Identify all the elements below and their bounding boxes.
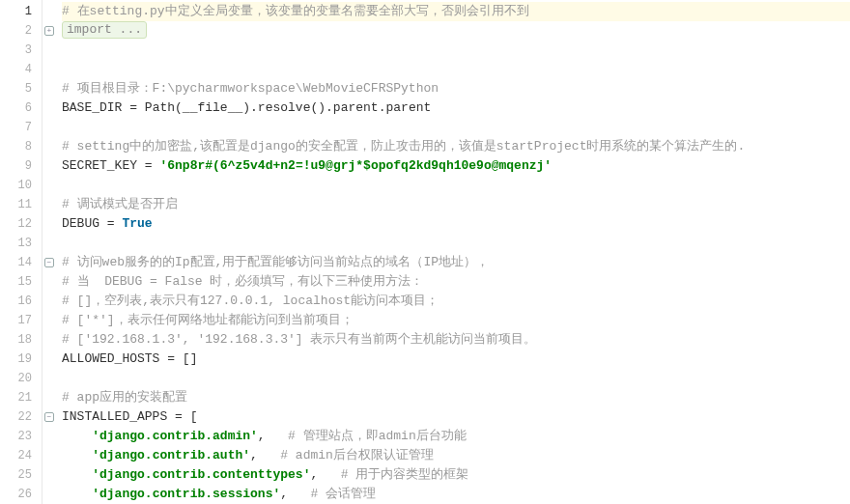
folded-region[interactable]: import ... xyxy=(62,21,147,39)
code-line[interactable]: # ['192.168.1.3', '192.168.3.3'] 表示只有当前两… xyxy=(62,330,850,350)
line-number[interactable]: 21 xyxy=(0,388,42,407)
line-number[interactable]: 9 xyxy=(0,156,42,176)
code-line[interactable]: SECRET_KEY = '6np8r#(6^z5v4d+n2=!u9@grj*… xyxy=(62,156,850,176)
token-id: DEBUG xyxy=(62,216,107,231)
token-cmt: # []，空列表,表示只有127.0.0.1, localhost能访问本项目； xyxy=(62,294,439,308)
fold-cell xyxy=(42,79,56,98)
code-line[interactable]: 'django.contrib.admin', # 管理站点，即admin后台功… xyxy=(62,427,850,446)
code-line[interactable]: # 在setting.py中定义全局变量，该变量的变量名需要全部大写，否则会引用… xyxy=(62,2,850,21)
line-number[interactable]: 3 xyxy=(0,41,42,60)
token-str: '6np8r#(6^z5v4d+n2=!u9@grj*$opofq2kd9qh1… xyxy=(159,158,552,173)
fold-collapse-icon[interactable]: − xyxy=(44,412,54,422)
token-cmt: # 用于内容类型的框架 xyxy=(341,467,469,482)
token-id xyxy=(266,429,288,443)
line-number[interactable]: 20 xyxy=(0,369,42,388)
fold-cell xyxy=(42,176,56,195)
token-str: 'django.contrib.admin' xyxy=(92,429,258,443)
fold-cell xyxy=(42,137,56,156)
line-number[interactable]: 15 xyxy=(0,272,42,292)
token-op: = xyxy=(145,158,153,173)
fold-cell xyxy=(42,369,56,388)
code-line[interactable] xyxy=(62,60,850,79)
token-str: 'django.contrib.auth' xyxy=(92,448,250,462)
code-line[interactable]: 'django.contrib.auth', # admin后台权限认证管理 xyxy=(62,446,850,465)
fold-cell[interactable]: − xyxy=(42,253,56,272)
line-number[interactable]: 12 xyxy=(0,214,42,234)
fold-cell xyxy=(42,292,56,311)
code-area[interactable]: # 在setting.py中定义全局变量，该变量的变量名需要全部大写，否则会引用… xyxy=(56,0,850,504)
fold-cell[interactable]: − xyxy=(42,407,56,427)
line-number[interactable]: 14 xyxy=(0,253,42,272)
token-op: = xyxy=(175,409,183,424)
line-number[interactable]: 5 xyxy=(0,79,42,98)
token-cmt: # 调试模式是否开启 xyxy=(62,197,178,211)
fold-cell xyxy=(42,485,56,504)
code-editor[interactable]: 1234567891011121314151617181920212223242… xyxy=(0,0,850,504)
token-bool: True xyxy=(122,216,152,231)
token-id: BASE_DIR xyxy=(62,100,129,115)
token-id xyxy=(62,429,92,443)
line-number[interactable]: 2 xyxy=(0,21,42,41)
token-op: , xyxy=(258,429,266,443)
line-number[interactable]: 25 xyxy=(0,465,42,485)
code-line[interactable]: BASE_DIR = Path(__file__).resolve().pare… xyxy=(62,98,850,118)
line-number[interactable]: 6 xyxy=(0,98,42,118)
code-line[interactable] xyxy=(62,118,850,137)
line-number[interactable]: 19 xyxy=(0,350,42,369)
code-line[interactable]: # []，空列表,表示只有127.0.0.1, localhost能访问本项目； xyxy=(62,292,850,311)
code-line[interactable]: # ['*']，表示任何网络地址都能访问到当前项目； xyxy=(62,311,850,330)
line-number[interactable]: 18 xyxy=(0,330,42,350)
line-number[interactable]: 22 xyxy=(0,407,42,427)
fold-expand-icon[interactable]: + xyxy=(44,26,54,36)
token-id xyxy=(318,467,340,482)
code-line[interactable]: # app应用的安装配置 xyxy=(62,388,850,407)
fold-column[interactable]: +−− xyxy=(42,0,56,504)
code-line[interactable] xyxy=(62,41,850,60)
line-number[interactable]: 11 xyxy=(0,195,42,214)
line-number[interactable]: 24 xyxy=(0,446,42,465)
token-id: [ xyxy=(183,409,198,424)
code-line[interactable] xyxy=(62,234,850,253)
token-cmt: # 当 DEBUG = False 时，必须填写，有以下三种使用方法： xyxy=(62,274,423,289)
code-line[interactable]: ALLOWED_HOSTS = [] xyxy=(62,350,850,369)
token-cmt: # setting中的加密盐,该配置是django的安全配置，防止攻击用的，该值… xyxy=(62,139,745,154)
token-id xyxy=(258,448,280,462)
line-number[interactable]: 26 xyxy=(0,485,42,504)
fold-collapse-icon[interactable]: − xyxy=(44,258,54,267)
line-number[interactable]: 7 xyxy=(0,118,42,137)
code-line[interactable]: # 当 DEBUG = False 时，必须填写，有以下三种使用方法： xyxy=(62,272,850,292)
code-line[interactable] xyxy=(62,369,850,388)
token-op: , xyxy=(250,448,258,462)
token-cmt: # 管理站点，即admin后台功能 xyxy=(288,429,467,443)
token-id: SECRET_KEY xyxy=(62,158,145,173)
line-number[interactable]: 8 xyxy=(0,137,42,156)
fold-cell xyxy=(42,272,56,292)
fold-cell xyxy=(42,311,56,330)
fold-cell[interactable]: + xyxy=(42,21,56,41)
code-line[interactable]: # setting中的加密盐,该配置是django的安全配置，防止攻击用的，该值… xyxy=(62,137,850,156)
line-number-gutter[interactable]: 1234567891011121314151617181920212223242… xyxy=(0,0,42,504)
code-line[interactable]: # 项目根目录：F:\pycharmworkspace\WebMovieCFRS… xyxy=(62,79,850,98)
code-line[interactable]: # 访问web服务的的Ip配置,用于配置能够访问当前站点的域名（IP地址）， xyxy=(62,253,850,272)
code-line[interactable]: 'django.contrib.contenttypes', # 用于内容类型的… xyxy=(62,465,850,485)
fold-cell xyxy=(42,234,56,253)
code-line[interactable] xyxy=(62,176,850,195)
line-number[interactable]: 1 xyxy=(0,2,42,21)
code-line[interactable]: import ... xyxy=(62,21,850,41)
line-number[interactable]: 10 xyxy=(0,176,42,195)
token-str: 'django.contrib.sessions' xyxy=(92,487,280,501)
fold-cell xyxy=(42,446,56,465)
line-number[interactable]: 17 xyxy=(0,311,42,330)
code-line[interactable]: INSTALLED_APPS = [ xyxy=(62,407,850,427)
code-line[interactable]: # 调试模式是否开启 xyxy=(62,195,850,214)
fold-cell xyxy=(42,156,56,176)
token-cmt: # 会话管理 xyxy=(310,487,376,501)
line-number[interactable]: 13 xyxy=(0,234,42,253)
line-number[interactable]: 23 xyxy=(0,427,42,446)
line-number[interactable]: 4 xyxy=(0,60,42,79)
fold-cell xyxy=(42,388,56,407)
code-line[interactable]: DEBUG = True xyxy=(62,214,850,234)
token-cmt: # 项目根目录：F:\pycharmworkspace\WebMovieCFRS… xyxy=(62,81,439,96)
line-number[interactable]: 16 xyxy=(0,292,42,311)
code-line[interactable]: 'django.contrib.sessions', # 会话管理 xyxy=(62,485,850,504)
